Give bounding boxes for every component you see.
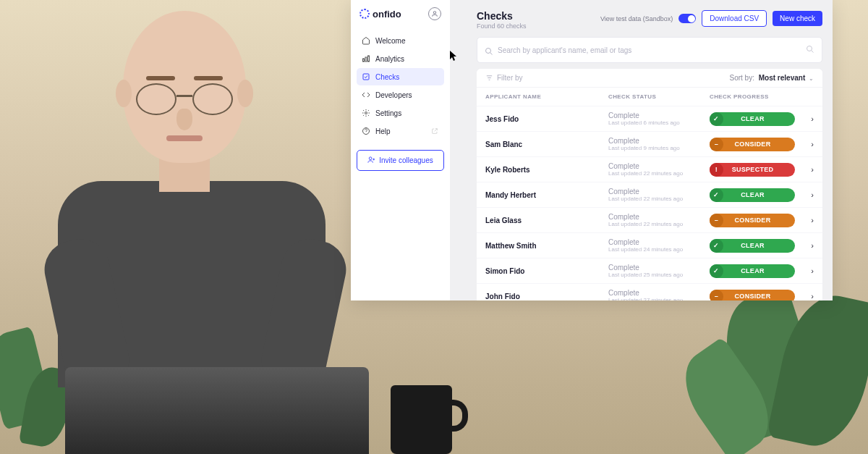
mouse-cursor (450, 51, 458, 64)
pill-status-icon: ! (710, 163, 723, 177)
last-updated: Last updated 22 minutes ago (608, 170, 710, 177)
chevron-right-icon[interactable]: › (811, 114, 814, 123)
col-header-progress: CHECK PROGRESS (710, 93, 814, 100)
col-header-status: CHECK STATUS (608, 93, 710, 100)
app-window: onfido Welcome Analytics Checks Develope… (351, 0, 833, 300)
check-status: Complete (608, 264, 710, 272)
applicant-name: Jess Fido (485, 115, 608, 123)
account-avatar[interactable] (428, 7, 441, 20)
table-row[interactable]: Simon FidoCompleteLast updated 25 minute… (477, 258, 822, 283)
gear-icon (362, 109, 370, 117)
applicant-name: Kyle Roberts (485, 166, 608, 174)
page-header: Checks Found 60 checks View test data (S… (477, 10, 822, 30)
sidebar-item-label: Settings (375, 109, 401, 117)
check-status: Complete (608, 162, 710, 170)
table-row[interactable]: Jess FidoCompleteLast updated 6 minutes … (477, 106, 822, 131)
table-row[interactable]: Mandy HerbertCompleteLast updated 22 min… (477, 182, 822, 207)
chart-icon (362, 54, 370, 63)
last-updated: Last updated 27 minutes ago (608, 297, 710, 300)
pill-label: CLEAR (723, 191, 795, 198)
svg-point-9 (807, 46, 812, 51)
svg-rect-4 (363, 74, 369, 80)
last-updated: Last updated 25 minutes ago (608, 272, 710, 278)
sidebar-item-label: Help (375, 127, 391, 135)
sidebar-item-checks[interactable]: Checks (357, 68, 444, 85)
main-content: Checks Found 60 checks View test data (S… (451, 0, 833, 300)
chevron-right-icon[interactable]: › (811, 266, 814, 275)
table-row[interactable]: John FidoCompleteLast updated 27 minutes… (477, 283, 822, 300)
chevron-right-icon[interactable]: › (811, 165, 814, 174)
code-icon (362, 91, 370, 99)
sidebar-item-label: Welcome (375, 37, 406, 45)
sidebar-item-analytics[interactable]: Analytics (357, 50, 444, 67)
sidebar-item-label: Developers (375, 91, 412, 99)
search-input[interactable] (498, 46, 801, 54)
last-updated: Last updated 24 minutes ago (608, 246, 710, 253)
table-row[interactable]: Kyle RobertsCompleteLast updated 22 minu… (477, 156, 822, 182)
sidebar-item-label: Analytics (375, 55, 404, 63)
svg-point-0 (433, 12, 435, 14)
sort-dropdown[interactable]: Sort by: Most relevant ⌄ (730, 74, 814, 82)
download-csv-button[interactable]: Download CSV (702, 10, 767, 27)
pill-status-icon: ✓ (710, 112, 723, 126)
coffee-mug (391, 385, 452, 454)
home-icon (362, 36, 370, 45)
brand-logo[interactable]: onfido (359, 9, 401, 20)
table-row[interactable]: Leia GlassCompleteLast updated 22 minute… (477, 207, 822, 232)
chevron-down-icon: ⌄ (809, 75, 814, 82)
page-subtitle: Found 60 checks (477, 22, 527, 30)
page-title: Checks (477, 10, 527, 22)
help-icon (362, 127, 370, 135)
external-link-icon (430, 127, 439, 135)
search-submit-icon[interactable] (806, 43, 814, 56)
sidebar-item-developers[interactable]: Developers (357, 86, 444, 104)
chevron-right-icon[interactable]: › (811, 292, 814, 300)
pill-label: CLEAR (723, 242, 795, 249)
progress-pill-clear: ✓CLEAR (710, 264, 795, 278)
filter-button[interactable]: Filter by (485, 74, 523, 82)
pill-status-icon: ✓ (710, 239, 723, 253)
new-check-button[interactable]: New check (773, 11, 822, 26)
chevron-right-icon[interactable]: › (811, 140, 814, 148)
table-row[interactable]: Sam BlancCompleteLast updated 9 minutes … (477, 131, 822, 156)
search-bar[interactable] (477, 37, 822, 63)
pill-status-icon: – (710, 290, 723, 301)
progress-pill-consider: –CONSIDER (710, 138, 795, 151)
invite-label: Invite colleagues (379, 156, 433, 164)
filter-icon (485, 74, 493, 82)
table-row[interactable]: Matthew SmithCompleteLast updated 24 min… (477, 232, 822, 258)
progress-pill-clear: ✓CLEAR (710, 188, 795, 202)
pill-status-icon: – (710, 138, 723, 151)
chevron-right-icon[interactable]: › (811, 190, 814, 199)
pill-label: CONSIDER (723, 217, 795, 224)
last-updated: Last updated 9 minutes ago (608, 145, 710, 151)
progress-pill-clear: ✓CLEAR (710, 112, 795, 126)
check-icon (362, 72, 370, 81)
sidebar-item-help[interactable]: Help (357, 122, 444, 140)
sidebar-item-label: Checks (375, 73, 399, 81)
user-plus-icon (367, 156, 375, 165)
chevron-right-icon[interactable]: › (811, 216, 814, 224)
brand-mark-icon (359, 9, 370, 19)
last-updated: Last updated 22 minutes ago (608, 196, 710, 202)
svg-rect-3 (368, 56, 370, 62)
pill-label: CLEAR (723, 267, 795, 274)
progress-pill-clear: ✓CLEAR (710, 239, 795, 253)
sandbox-toggle[interactable] (678, 14, 696, 23)
progress-pill-consider: –CONSIDER (710, 214, 795, 227)
pill-status-icon: ✓ (710, 264, 723, 278)
svg-rect-2 (365, 57, 367, 62)
applicant-name: John Fido (485, 293, 608, 300)
svg-rect-1 (363, 59, 365, 62)
applicant-name: Mandy Herbert (485, 191, 608, 199)
check-status: Complete (608, 213, 710, 221)
search-icon (485, 46, 493, 54)
check-status: Complete (608, 238, 710, 246)
sidebar-item-welcome[interactable]: Welcome (357, 32, 444, 49)
chevron-right-icon[interactable]: › (811, 241, 814, 250)
pill-status-icon: ✓ (710, 188, 723, 202)
invite-colleagues-button[interactable]: Invite colleagues (357, 150, 444, 171)
pill-label: CONSIDER (723, 140, 795, 148)
sidebar-item-settings[interactable]: Settings (357, 104, 444, 122)
check-status: Complete (608, 137, 710, 145)
